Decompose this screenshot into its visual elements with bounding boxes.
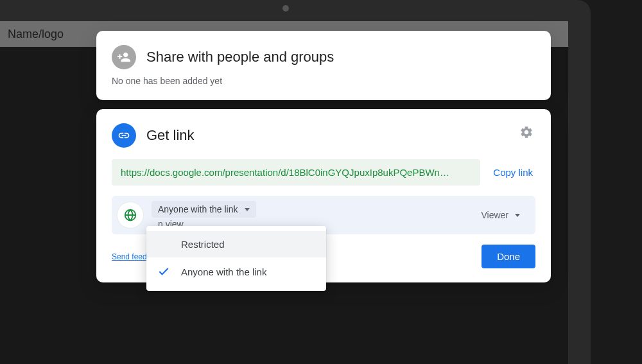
link-icon (112, 123, 136, 148)
settings-button[interactable] (517, 123, 535, 141)
chevron-down-icon (245, 208, 250, 211)
done-button[interactable]: Done (482, 245, 535, 268)
person-add-icon (112, 45, 136, 69)
access-scope-dropdown[interactable]: Anyone with the link (152, 201, 256, 218)
share-people-card: Share with people and groups No one has … (96, 31, 551, 100)
access-scope-label: Anyone with the link (158, 204, 238, 214)
check-icon (157, 265, 171, 278)
share-subtitle: No one has been added yet (112, 76, 535, 86)
send-feedback-link[interactable]: Send feed (112, 252, 147, 261)
link-row: https://docs.google.com/presentation/d/1… (112, 159, 535, 186)
copy-link-button[interactable]: Copy link (490, 167, 535, 178)
menu-item-restricted[interactable]: Restricted (146, 231, 326, 257)
get-link-title: Get link (146, 127, 195, 144)
share-modal: Share with people and groups No one has … (96, 31, 551, 291)
menu-item-label: Restricted (181, 239, 225, 250)
gear-icon (519, 125, 534, 139)
access-scope-menu: Restricted Anyone with the link (146, 226, 326, 291)
chevron-down-icon (515, 214, 520, 217)
role-label: Viewer (481, 210, 508, 220)
get-link-header: Get link (112, 123, 535, 148)
browser-frame: Name/logo Share with people and groups N… (0, 0, 591, 364)
role-dropdown[interactable]: Viewer (476, 206, 525, 224)
menu-item-anyone-link[interactable]: Anyone with the link (146, 257, 326, 286)
globe-icon-wrapper (117, 202, 144, 229)
share-title: Share with people and groups (146, 49, 334, 65)
share-header: Share with people and groups (112, 45, 535, 69)
browser-camera-dot (282, 5, 289, 12)
link-url-box[interactable]: https://docs.google.com/presentation/d/1… (112, 159, 480, 186)
access-main: Anyone with the link n view (152, 201, 468, 229)
globe-icon (123, 208, 137, 222)
menu-item-label: Anyone with the link (181, 266, 266, 277)
